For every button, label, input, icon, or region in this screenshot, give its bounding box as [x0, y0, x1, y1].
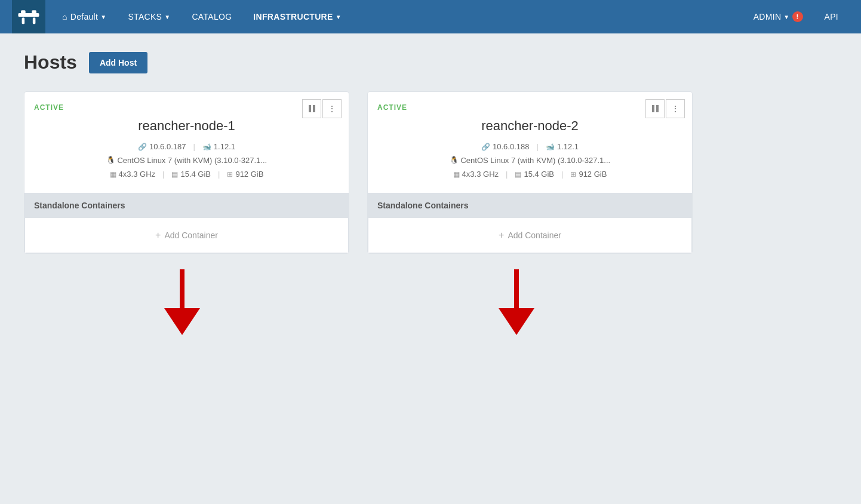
ram-value: 15.4 GiB: [180, 170, 211, 179]
page-content: Hosts Add Host ACTIVE ⋮ reancher-node-1 …: [0, 33, 861, 367]
pause-button-node2[interactable]: [645, 99, 665, 118]
infrastructure-caret: ▼: [336, 14, 342, 20]
os-icon: 🐧: [450, 156, 459, 165]
page-title: Hosts: [24, 51, 77, 73]
host-actions-node1: ⋮: [302, 99, 342, 118]
app-logo: [12, 0, 45, 33]
disk-value: 912 GiB: [579, 170, 607, 179]
admin-caret: ▼: [783, 14, 789, 20]
host-ip-node1: 🔗 10.6.0.187: [138, 142, 186, 151]
add-container-button-node1[interactable]: + Add Container: [24, 217, 349, 253]
default-caret: ▼: [100, 14, 106, 20]
cpu-icon: ▦: [110, 170, 116, 179]
host-specs-node1: ▦ 4x3.3 GHz | ▤ 15.4 GiB | ⊞ 912 GiB: [34, 170, 339, 179]
host-version-value: 1.12.1: [214, 142, 235, 151]
host-name-node2: reancher-node-2: [377, 118, 682, 134]
host-os-value: CentOS Linux 7 (with KVM) (3.10.0-327.1.…: [117, 156, 267, 165]
page-header: Hosts Add Host: [24, 51, 837, 73]
nav-catalog[interactable]: CATALOG: [181, 0, 242, 33]
admin-alert-badge: !: [792, 11, 803, 22]
ram-value: 15.4 GiB: [524, 170, 554, 179]
host-ip-node2: 🔗 10.6.0.188: [481, 142, 529, 151]
disk-icon: ⊞: [227, 170, 233, 179]
docker-icon: 🐋: [202, 143, 211, 151]
host-card-header-node2: ACTIVE ⋮ reancher-node-2 🔗 10.6.0.188 |: [368, 92, 692, 193]
svg-rect-1: [21, 10, 26, 15]
host-specs-node2: ▦ 4x3.3 GHz | ▤ 15.4 GiB | ⊞ 912 GiB: [377, 170, 682, 179]
more-button-node1[interactable]: ⋮: [322, 99, 342, 118]
nav-admin[interactable]: ADMIN ▼ !: [743, 0, 814, 33]
link-icon: 🔗: [481, 143, 490, 151]
os-icon: 🐧: [106, 156, 115, 165]
host-cpu-node2: ▦ 4x3.3 GHz: [453, 170, 499, 179]
nav-api[interactable]: API: [814, 0, 849, 33]
spec-divider1: |: [506, 170, 508, 179]
home-icon: ⌂: [62, 12, 67, 21]
host-meta-node1: 🔗 10.6.0.187 | 🐋 1.12.1: [34, 142, 339, 151]
arrow-left: [155, 263, 209, 343]
cpu-value: 4x3.3 GHz: [462, 170, 499, 179]
svg-rect-3: [22, 18, 25, 24]
disk-icon: ⊞: [570, 170, 576, 179]
pause-button-node1[interactable]: [302, 99, 321, 118]
svg-rect-2: [32, 10, 36, 15]
add-container-label: Add Container: [508, 231, 561, 240]
standalone-section-node1: Standalone Containers + Add Container: [24, 193, 349, 253]
arrows-container: [24, 254, 693, 349]
arrow-right: [490, 263, 543, 343]
nav-default[interactable]: ⌂ Default ▼: [51, 0, 117, 33]
navbar: ⌂ Default ▼ STACKS ▼ CATALOG INFRASTRUCT…: [0, 0, 861, 33]
host-cpu-node1: ▦ 4x3.3 GHz: [110, 170, 155, 179]
host-ram-node1: ▤ 15.4 GiB: [171, 170, 211, 179]
cpu-value: 4x3.3 GHz: [119, 170, 155, 179]
host-version-value: 1.12.1: [557, 142, 579, 151]
link-icon: 🔗: [138, 143, 147, 151]
host-os-node1: 🐧 CentOS Linux 7 (with KVM) (3.10.0-327.…: [34, 156, 339, 165]
ellipsis-icon: ⋮: [328, 104, 336, 113]
disk-value: 912 GiB: [235, 170, 263, 179]
plus-icon: +: [499, 230, 504, 241]
host-version-node1: 🐋 1.12.1: [202, 142, 235, 151]
standalone-section-node2: Standalone Containers + Add Container: [368, 193, 692, 253]
svg-marker-6: [164, 308, 200, 335]
ram-icon: ▤: [171, 170, 178, 179]
plus-icon: +: [155, 230, 161, 241]
host-name-node1: reancher-node-1: [34, 118, 339, 134]
nav-stacks[interactable]: STACKS ▼: [117, 0, 181, 33]
host-actions-node2: ⋮: [645, 99, 685, 118]
host-ram-node2: ▤ 15.4 GiB: [515, 170, 554, 179]
ram-icon: ▤: [515, 170, 521, 179]
host-card-node2: ACTIVE ⋮ reancher-node-2 🔗 10.6.0.188 |: [367, 91, 693, 254]
svg-marker-8: [499, 308, 534, 335]
host-disk-node1: ⊞ 912 GiB: [227, 170, 263, 179]
meta-divider: |: [536, 142, 538, 151]
host-card-node1: ACTIVE ⋮ reancher-node-1 🔗 10.6.0.187 |: [24, 91, 349, 254]
more-button-node2[interactable]: ⋮: [666, 99, 685, 118]
host-ip-value: 10.6.0.188: [493, 142, 529, 151]
host-os-node2: 🐧 CentOS Linux 7 (with KVM) (3.10.0-327.…: [377, 156, 682, 165]
add-host-button[interactable]: Add Host: [89, 52, 147, 73]
host-meta-node2: 🔗 10.6.0.188 | 🐋 1.12.1: [377, 142, 682, 151]
pause-icon: [652, 105, 659, 112]
add-container-button-node2[interactable]: + Add Container: [368, 217, 692, 253]
svg-rect-4: [33, 18, 36, 24]
host-status-node1: ACTIVE: [34, 103, 64, 112]
hosts-grid: ACTIVE ⋮ reancher-node-1 🔗 10.6.0.187 |: [24, 91, 693, 254]
stacks-caret: ▼: [164, 14, 170, 20]
docker-icon: 🐋: [546, 143, 555, 151]
standalone-title-node1: Standalone Containers: [24, 193, 349, 217]
host-ip-value: 10.6.0.187: [149, 142, 186, 151]
pause-icon: [309, 105, 315, 112]
host-card-header-node1: ACTIVE ⋮ reancher-node-1 🔗 10.6.0.187 |: [24, 92, 349, 193]
standalone-title-node2: Standalone Containers: [368, 193, 692, 217]
spec-divider2: |: [561, 170, 563, 179]
ellipsis-icon: ⋮: [671, 104, 679, 113]
nav-infrastructure[interactable]: INFRASTRUCTURE ▼: [242, 0, 352, 33]
host-disk-node2: ⊞ 912 GiB: [570, 170, 607, 179]
spec-divider1: |: [162, 170, 164, 179]
meta-divider: |: [193, 142, 195, 151]
spec-divider2: |: [218, 170, 220, 179]
host-os-value: CentOS Linux 7 (with KVM) (3.10.0-327.1.…: [460, 156, 610, 165]
add-container-label: Add Container: [164, 231, 218, 240]
host-version-node2: 🐋 1.12.1: [546, 142, 579, 151]
